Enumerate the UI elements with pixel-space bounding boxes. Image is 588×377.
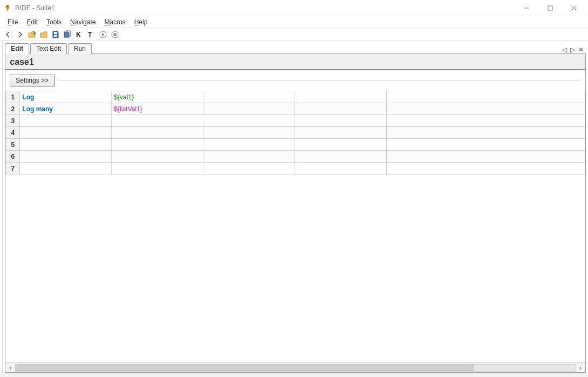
cell-arg1[interactable] <box>112 151 203 163</box>
svg-text:K: K <box>76 31 81 38</box>
cell-arg1[interactable] <box>112 127 203 139</box>
table-row[interactable]: 6 <box>6 151 585 163</box>
menu-macros[interactable]: Macros <box>100 17 129 27</box>
cell-empty[interactable] <box>295 151 387 163</box>
grid[interactable]: 1Log${val1}2Log many${listVal1}34567 ‹ › <box>5 91 585 372</box>
cell-empty[interactable] <box>387 115 585 127</box>
svg-text:T: T <box>88 31 92 38</box>
case-title: case1 <box>10 57 581 67</box>
window-title: RIDE - Suite1 <box>15 4 54 12</box>
tab-textedit-label: Text Edit <box>36 45 61 52</box>
back-icon[interactable] <box>3 30 13 39</box>
cell-empty[interactable] <box>203 115 295 127</box>
row-number[interactable]: 2 <box>6 103 20 115</box>
cell-keyword[interactable] <box>20 163 112 174</box>
horizontal-scrollbar[interactable]: ‹ › <box>5 362 585 372</box>
scroll-right-icon[interactable]: › <box>576 364 585 372</box>
cell-arg1[interactable]: ${listVal1} <box>112 103 203 115</box>
menu-edit[interactable]: Edit <box>22 17 42 27</box>
save-all-icon[interactable] <box>63 30 72 39</box>
open-folder-icon[interactable] <box>39 30 49 39</box>
cell-empty[interactable] <box>387 91 585 103</box>
row-number[interactable]: 6 <box>6 151 20 163</box>
scroll-left-icon[interactable]: ‹ <box>5 364 15 372</box>
menu-help[interactable]: Help <box>130 17 152 27</box>
menu-navigate[interactable]: Navigate <box>66 17 100 27</box>
forward-icon[interactable] <box>15 30 25 39</box>
app-icon <box>3 4 12 12</box>
row-number[interactable]: 5 <box>6 139 20 151</box>
cell-keyword[interactable] <box>20 139 112 151</box>
table-row[interactable]: 7 <box>6 163 585 174</box>
svg-rect-3 <box>54 35 57 37</box>
cell-empty[interactable] <box>295 163 387 174</box>
settings-button-label: Settings >> <box>16 77 49 84</box>
cell-empty[interactable] <box>295 139 387 151</box>
tab-next-icon[interactable]: ▷ <box>570 46 575 53</box>
cell-empty[interactable] <box>295 115 387 127</box>
new-keyword-icon[interactable]: K <box>74 30 84 39</box>
table-row[interactable]: 3 <box>6 115 585 127</box>
row-number[interactable]: 4 <box>6 127 20 139</box>
stop-icon[interactable] <box>110 30 120 39</box>
tabs: Edit Text Edit Run ◁ ▷ ✕ <box>5 43 586 54</box>
svg-rect-8 <box>114 33 117 36</box>
cell-empty[interactable] <box>203 139 295 151</box>
maximize-button[interactable] <box>538 0 562 16</box>
menubar: File Edit Tools Navigate Macros Help <box>0 16 588 28</box>
table-row[interactable]: 2Log many${listVal1} <box>6 103 585 115</box>
cell-arg1[interactable] <box>112 163 203 174</box>
cell-empty[interactable] <box>295 103 387 115</box>
cell-keyword[interactable]: Log many <box>20 103 112 115</box>
cell-empty[interactable] <box>387 127 585 139</box>
cell-empty[interactable] <box>295 91 387 103</box>
toolbar: K T <box>0 28 588 41</box>
row-number[interactable]: 7 <box>6 163 20 174</box>
table-row[interactable]: 1Log${val1} <box>6 91 585 103</box>
titlebar: RIDE - Suite1 <box>0 0 588 16</box>
cell-arg1[interactable] <box>112 139 203 151</box>
table-row[interactable]: 4 <box>6 127 585 139</box>
editor-panel: Edit Text Edit Run ◁ ▷ ✕ case1 Settings … <box>3 41 588 373</box>
run-icon[interactable] <box>98 30 108 39</box>
tab-edit[interactable]: Edit <box>5 43 29 54</box>
row-number[interactable]: 1 <box>6 91 20 103</box>
save-icon[interactable] <box>51 30 60 39</box>
cell-empty[interactable] <box>203 151 295 163</box>
minimize-button[interactable] <box>515 0 538 16</box>
cell-arg1[interactable]: ${val1} <box>112 91 203 103</box>
open-test-suite-icon[interactable] <box>27 30 37 39</box>
cell-empty[interactable] <box>203 127 295 139</box>
tab-edit-label: Edit <box>11 45 23 52</box>
tab-run[interactable]: Run <box>68 43 92 54</box>
menu-file[interactable]: File <box>3 17 22 27</box>
cell-empty[interactable] <box>387 103 585 115</box>
tab-run-label: Run <box>74 45 86 52</box>
svg-point-0 <box>6 5 9 7</box>
settings-button[interactable]: Settings >> <box>10 75 54 86</box>
new-testcase-icon[interactable]: T <box>86 30 96 39</box>
cell-empty[interactable] <box>387 139 585 151</box>
svg-rect-1 <box>548 6 552 10</box>
cell-keyword[interactable] <box>20 127 112 139</box>
cell-empty[interactable] <box>387 163 585 174</box>
cell-keyword[interactable] <box>20 115 112 127</box>
tab-textedit[interactable]: Text Edit <box>30 43 67 54</box>
tab-close-icon[interactable]: ✕ <box>578 46 584 53</box>
cell-empty[interactable] <box>295 127 387 139</box>
row-number[interactable]: 3 <box>6 115 20 127</box>
cell-empty[interactable] <box>387 151 585 163</box>
menu-tools[interactable]: Tools <box>42 17 66 27</box>
cell-empty[interactable] <box>203 91 295 103</box>
close-button[interactable] <box>562 0 586 16</box>
svg-rect-2 <box>54 32 57 34</box>
divider <box>58 80 581 81</box>
cell-keyword[interactable]: Log <box>20 91 112 103</box>
tab-prev-icon[interactable]: ◁ <box>562 46 567 53</box>
cell-arg1[interactable] <box>112 115 203 127</box>
table-row[interactable]: 5 <box>6 139 585 151</box>
editor-header: case1 <box>5 54 585 70</box>
cell-empty[interactable] <box>203 163 295 174</box>
cell-empty[interactable] <box>203 103 295 115</box>
cell-keyword[interactable] <box>20 151 112 163</box>
